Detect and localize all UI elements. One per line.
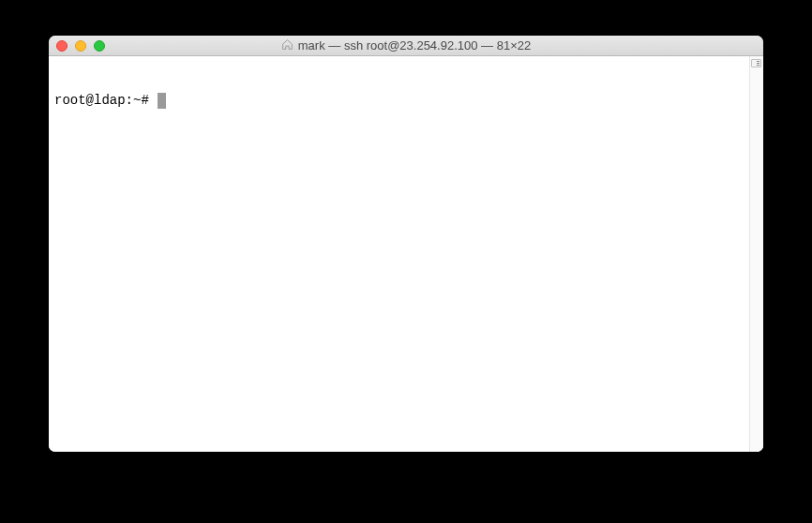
zoom-button[interactable] [94,40,105,52]
terminal-content[interactable]: root@ldap:~# [49,56,749,452]
close-button[interactable] [56,40,68,52]
terminal-window: mark — ssh root@23.254.92.100 — 81×22 ro… [49,36,763,452]
cursor [158,93,166,109]
prompt-text: root@ldap:~# [54,92,157,109]
terminal-body: root@ldap:~# [49,56,763,452]
scrollbar[interactable] [749,56,763,452]
scroll-indicator-icon [750,58,762,68]
home-icon [281,37,293,54]
traffic-lights [56,40,105,52]
minimize-button[interactable] [75,40,86,52]
window-title: mark — ssh root@23.254.92.100 — 81×22 [298,38,531,52]
prompt-line: root@ldap:~# [54,92,744,109]
titlebar[interactable]: mark — ssh root@23.254.92.100 — 81×22 [49,36,763,56]
title-area: mark — ssh root@23.254.92.100 — 81×22 [49,36,763,55]
